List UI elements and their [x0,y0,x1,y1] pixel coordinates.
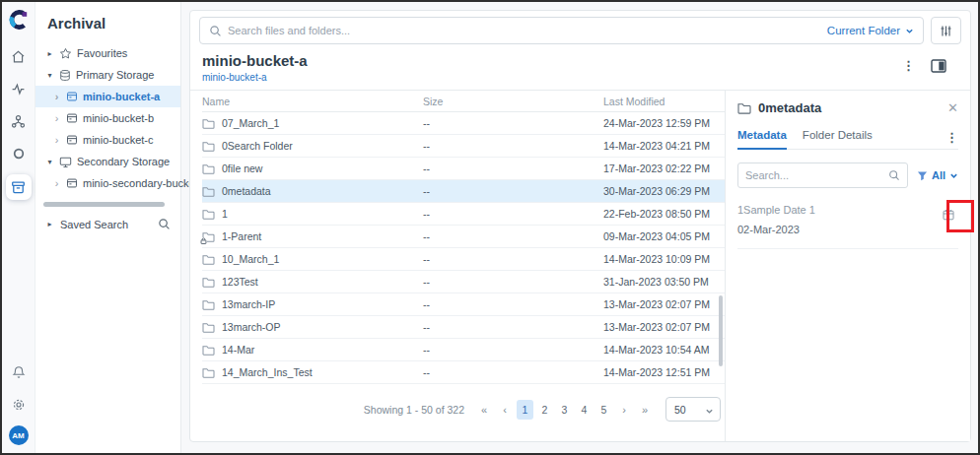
table-row[interactable]: 0metadata -- 30-Mar-2023 06:29 PM [202,180,725,203]
home-icon[interactable] [6,44,32,68]
sidebar-tree-item[interactable]: ▾ Primary Storage [35,64,180,86]
row-modified: 31-Jan-2023 03:50 PM [603,276,717,288]
tree-arrow-icon[interactable]: › [52,135,61,146]
search-icon[interactable] [158,218,171,230]
column-header-name[interactable]: Name [202,96,423,107]
sidebar-horizontal-scrollbar[interactable] [43,202,165,207]
org-users-icon[interactable] [6,109,32,133]
filter-sliders-button[interactable] [931,17,961,44]
table-vertical-scrollbar[interactable] [719,295,723,366]
row-modified: 14-Mar-2023 12:51 PM [603,366,717,378]
app-logo-icon[interactable] [8,9,30,31]
table-row[interactable]: 07_March_1 -- 24-Mar-2023 12:59 PM [202,112,725,135]
lock-badge-icon [200,237,207,244]
chevron-down-icon [705,406,714,418]
next-page-icon[interactable]: › [615,400,633,420]
search-scope-dropdown[interactable]: Current Folder [827,25,914,36]
page-size-select[interactable]: 50 [665,397,721,422]
panel-kebab-icon[interactable]: ⋮ [945,133,958,149]
last-page-icon[interactable]: » [636,400,654,420]
row-modified: 13-Mar-2023 02:07 PM [603,321,717,333]
row-size: -- [423,162,603,174]
metadata-fields: 1Sample Date 1 02-Mar-2023 [737,188,958,249]
table-row[interactable]: 0file new -- 17-Mar-2023 02:22 PM [202,158,725,180]
row-name: 10_March_1 [222,253,279,265]
page-button[interactable]: 2 [536,400,553,420]
user-avatar[interactable]: AM [9,425,29,445]
sidebar-tree-item[interactable]: › minio-secondary-bucket [35,172,180,194]
details-panel: 0metadata ✕ MetadataFolder Details ⋮ [725,91,970,441]
sidebar-tree-item[interactable]: › minio-bucket-c [35,129,180,151]
table-row[interactable]: 1 -- 22-Feb-2023 08:50 PM [202,203,725,226]
global-search-box[interactable]: Current Folder [199,17,924,44]
page-button[interactable]: 5 [595,400,612,420]
search-input[interactable] [228,25,821,36]
panel-tab-metadata[interactable]: Metadata [737,126,787,150]
table-row[interactable]: 1-Parent -- 09-Mar-2023 04:05 PM [202,226,725,248]
table-row[interactable]: 14_March_Ins_Test -- 14-Mar-2023 12:51 P… [202,361,725,384]
metadata-search-input[interactable] [745,169,884,181]
tree-arrow-icon[interactable]: › [52,92,61,102]
sliders-icon [940,25,952,37]
column-header-modified[interactable]: Last Modified [603,96,717,107]
folder-icon [202,345,215,356]
tree-arrow-icon[interactable]: › [52,178,61,189]
database-icon [59,69,71,82]
tree-item-label: minio-bucket-b [83,112,154,124]
tree-item-label: minio-bucket-c [83,134,154,146]
sidebar-tree-item[interactable]: › minio-bucket-a [35,86,180,107]
main-area: Current Folder minio-bucket-a minio-buck… [181,2,978,453]
more-actions-kebab-icon[interactable]: ⋮ [902,61,915,71]
first-page-icon[interactable]: « [475,400,493,420]
table-row[interactable]: 13march-IP -- 13-Mar-2023 02:07 PM [202,293,725,316]
column-header-size[interactable]: Size [423,96,603,107]
table-row[interactable]: 0Search Folder -- 14-Mar-2023 04:21 PM [202,135,725,158]
page-button[interactable]: 3 [556,400,573,420]
metadata-field: 1Sample Date 1 02-Mar-2023 [737,204,958,249]
row-name: 123Test [222,276,258,288]
tree-arrow-icon[interactable]: ▸ [45,220,54,228]
calendar-icon [943,209,954,221]
page-button[interactable]: 1 [517,400,533,420]
archival-nav-icon[interactable] [6,174,32,200]
sidebar-tree-item[interactable]: ▾ Secondary Storage [35,151,180,172]
table-row[interactable]: 13march-OP -- 13-Mar-2023 02:07 PM [202,316,725,339]
content-row: Name Size Last Modified 07_March_1 -- 24… [190,90,970,441]
tree-arrow-icon[interactable]: › [52,113,61,124]
panel-tab-folder-details[interactable]: Folder Details [803,126,873,149]
pagination: Showing 1 - 50 of 322 « ‹ 12345 › » 50 [202,397,721,422]
panel-search-row: All [737,162,958,188]
settings-gear-icon[interactable] [6,393,32,417]
saved-search-label: Saved Search [60,219,128,230]
table-row[interactable]: 10_March_1 -- 14-Mar-2023 10:09 PM [202,248,725,271]
scope-label: Current Folder [827,25,900,36]
row-name: 14-Mar [222,344,254,356]
row-size: -- [423,185,603,197]
toggle-panel-icon[interactable] [931,59,946,73]
tree-arrow-icon[interactable]: ▾ [45,71,54,80]
folder-icon [202,299,215,310]
folder-icon [202,277,215,288]
breadcrumb[interactable]: minio-bucket-a [202,72,308,83]
locked-folder-icon [202,231,215,242]
metadata-search-box[interactable] [737,162,908,188]
panel-tabs: MetadataFolder Details ⋮ [737,126,958,150]
sidebar-tree-item[interactable]: › minio-bucket-b [35,107,180,129]
tree-arrow-icon[interactable]: ▾ [45,158,54,166]
folder-icon [202,322,215,333]
close-icon[interactable]: ✕ [947,101,958,114]
sidebar-tree-item[interactable]: ▸ Favourites [35,42,180,64]
table-row[interactable]: 14-Mar -- 14-Mar-2023 10:54 AM [202,339,725,361]
prev-page-icon[interactable]: ‹ [496,400,514,420]
notifications-bell-icon[interactable] [6,360,32,384]
page-button[interactable]: 4 [576,400,593,420]
activity-icon[interactable] [6,77,32,100]
tree-arrow-icon[interactable]: ▸ [45,49,54,58]
ring-icon[interactable] [6,142,32,165]
bucket-icon [66,112,78,124]
table-row[interactable]: 123Test -- 31-Jan-2023 03:50 PM [202,271,725,293]
row-modified: 30-Mar-2023 06:29 PM [603,185,717,197]
metadata-filter-dropdown[interactable]: All [917,169,958,181]
sidebar-item-saved-search[interactable]: ▸ Saved Search [35,209,180,239]
pagination-summary: Showing 1 - 50 of 322 [364,404,464,416]
